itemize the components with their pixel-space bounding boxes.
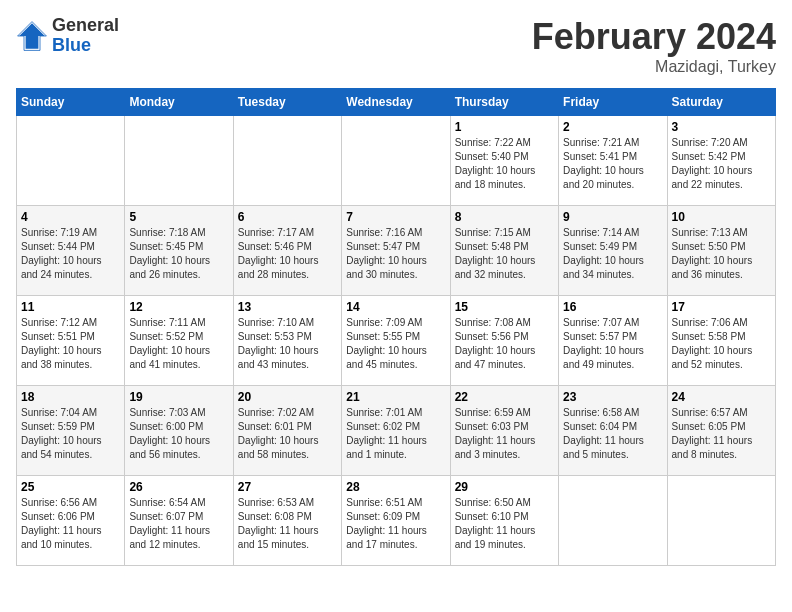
day-number: 26 [129, 480, 228, 494]
calendar-cell: 17Sunrise: 7:06 AM Sunset: 5:58 PM Dayli… [667, 296, 775, 386]
day-info: Sunrise: 6:59 AM Sunset: 6:03 PM Dayligh… [455, 406, 554, 462]
calendar-cell: 26Sunrise: 6:54 AM Sunset: 6:07 PM Dayli… [125, 476, 233, 566]
day-info: Sunrise: 7:19 AM Sunset: 5:44 PM Dayligh… [21, 226, 120, 282]
day-number: 16 [563, 300, 662, 314]
calendar-cell: 18Sunrise: 7:04 AM Sunset: 5:59 PM Dayli… [17, 386, 125, 476]
day-info: Sunrise: 7:18 AM Sunset: 5:45 PM Dayligh… [129, 226, 228, 282]
day-number: 11 [21, 300, 120, 314]
calendar-cell: 3Sunrise: 7:20 AM Sunset: 5:42 PM Daylig… [667, 116, 775, 206]
calendar-week: 11Sunrise: 7:12 AM Sunset: 5:51 PM Dayli… [17, 296, 776, 386]
calendar-cell: 28Sunrise: 6:51 AM Sunset: 6:09 PM Dayli… [342, 476, 450, 566]
day-number: 9 [563, 210, 662, 224]
day-number: 22 [455, 390, 554, 404]
day-info: Sunrise: 7:13 AM Sunset: 5:50 PM Dayligh… [672, 226, 771, 282]
logo-general-text: General [52, 15, 119, 35]
day-info: Sunrise: 7:04 AM Sunset: 5:59 PM Dayligh… [21, 406, 120, 462]
day-info: Sunrise: 7:08 AM Sunset: 5:56 PM Dayligh… [455, 316, 554, 372]
day-info: Sunrise: 7:07 AM Sunset: 5:57 PM Dayligh… [563, 316, 662, 372]
day-info: Sunrise: 7:12 AM Sunset: 5:51 PM Dayligh… [21, 316, 120, 372]
day-info: Sunrise: 7:22 AM Sunset: 5:40 PM Dayligh… [455, 136, 554, 192]
day-number: 1 [455, 120, 554, 134]
calendar-cell: 15Sunrise: 7:08 AM Sunset: 5:56 PM Dayli… [450, 296, 558, 386]
day-info: Sunrise: 6:53 AM Sunset: 6:08 PM Dayligh… [238, 496, 337, 552]
calendar-cell: 8Sunrise: 7:15 AM Sunset: 5:48 PM Daylig… [450, 206, 558, 296]
calendar-cell [125, 116, 233, 206]
day-number: 29 [455, 480, 554, 494]
calendar-cell: 12Sunrise: 7:11 AM Sunset: 5:52 PM Dayli… [125, 296, 233, 386]
day-number: 20 [238, 390, 337, 404]
day-number: 18 [21, 390, 120, 404]
day-info: Sunrise: 6:50 AM Sunset: 6:10 PM Dayligh… [455, 496, 554, 552]
calendar-cell [342, 116, 450, 206]
day-info: Sunrise: 7:10 AM Sunset: 5:53 PM Dayligh… [238, 316, 337, 372]
calendar-title: February 2024 [532, 16, 776, 58]
calendar-cell: 1Sunrise: 7:22 AM Sunset: 5:40 PM Daylig… [450, 116, 558, 206]
calendar-cell: 7Sunrise: 7:16 AM Sunset: 5:47 PM Daylig… [342, 206, 450, 296]
calendar-cell: 11Sunrise: 7:12 AM Sunset: 5:51 PM Dayli… [17, 296, 125, 386]
calendar-cell: 19Sunrise: 7:03 AM Sunset: 6:00 PM Dayli… [125, 386, 233, 476]
logo-icon [16, 20, 48, 52]
weekday-header: Wednesday [342, 89, 450, 116]
title-block: February 2024 Mazidagi, Turkey [532, 16, 776, 76]
day-number: 27 [238, 480, 337, 494]
calendar-week: 1Sunrise: 7:22 AM Sunset: 5:40 PM Daylig… [17, 116, 776, 206]
day-info: Sunrise: 7:20 AM Sunset: 5:42 PM Dayligh… [672, 136, 771, 192]
day-info: Sunrise: 7:17 AM Sunset: 5:46 PM Dayligh… [238, 226, 337, 282]
calendar-week: 18Sunrise: 7:04 AM Sunset: 5:59 PM Dayli… [17, 386, 776, 476]
day-number: 12 [129, 300, 228, 314]
calendar-table: SundayMondayTuesdayWednesdayThursdayFrid… [16, 88, 776, 566]
calendar-cell: 29Sunrise: 6:50 AM Sunset: 6:10 PM Dayli… [450, 476, 558, 566]
day-number: 23 [563, 390, 662, 404]
day-info: Sunrise: 6:51 AM Sunset: 6:09 PM Dayligh… [346, 496, 445, 552]
calendar-cell: 14Sunrise: 7:09 AM Sunset: 5:55 PM Dayli… [342, 296, 450, 386]
calendar-cell: 24Sunrise: 6:57 AM Sunset: 6:05 PM Dayli… [667, 386, 775, 476]
day-number: 10 [672, 210, 771, 224]
calendar-cell [17, 116, 125, 206]
calendar-cell: 25Sunrise: 6:56 AM Sunset: 6:06 PM Dayli… [17, 476, 125, 566]
day-number: 19 [129, 390, 228, 404]
day-number: 24 [672, 390, 771, 404]
calendar-header: SundayMondayTuesdayWednesdayThursdayFrid… [17, 89, 776, 116]
calendar-cell: 21Sunrise: 7:01 AM Sunset: 6:02 PM Dayli… [342, 386, 450, 476]
calendar-cell [667, 476, 775, 566]
calendar-cell: 23Sunrise: 6:58 AM Sunset: 6:04 PM Dayli… [559, 386, 667, 476]
calendar-cell: 5Sunrise: 7:18 AM Sunset: 5:45 PM Daylig… [125, 206, 233, 296]
logo: General Blue [16, 16, 119, 56]
day-info: Sunrise: 6:57 AM Sunset: 6:05 PM Dayligh… [672, 406, 771, 462]
calendar-week: 4Sunrise: 7:19 AM Sunset: 5:44 PM Daylig… [17, 206, 776, 296]
day-number: 6 [238, 210, 337, 224]
calendar-cell: 13Sunrise: 7:10 AM Sunset: 5:53 PM Dayli… [233, 296, 341, 386]
day-info: Sunrise: 7:21 AM Sunset: 5:41 PM Dayligh… [563, 136, 662, 192]
day-number: 4 [21, 210, 120, 224]
day-number: 28 [346, 480, 445, 494]
day-info: Sunrise: 7:16 AM Sunset: 5:47 PM Dayligh… [346, 226, 445, 282]
weekday-header: Tuesday [233, 89, 341, 116]
calendar-cell [233, 116, 341, 206]
day-info: Sunrise: 7:06 AM Sunset: 5:58 PM Dayligh… [672, 316, 771, 372]
page-header: General Blue February 2024 Mazidagi, Tur… [16, 16, 776, 76]
calendar-body: 1Sunrise: 7:22 AM Sunset: 5:40 PM Daylig… [17, 116, 776, 566]
day-number: 17 [672, 300, 771, 314]
calendar-cell: 9Sunrise: 7:14 AM Sunset: 5:49 PM Daylig… [559, 206, 667, 296]
day-info: Sunrise: 7:03 AM Sunset: 6:00 PM Dayligh… [129, 406, 228, 462]
day-info: Sunrise: 6:54 AM Sunset: 6:07 PM Dayligh… [129, 496, 228, 552]
day-info: Sunrise: 7:01 AM Sunset: 6:02 PM Dayligh… [346, 406, 445, 462]
day-info: Sunrise: 7:14 AM Sunset: 5:49 PM Dayligh… [563, 226, 662, 282]
day-number: 8 [455, 210, 554, 224]
calendar-cell: 16Sunrise: 7:07 AM Sunset: 5:57 PM Dayli… [559, 296, 667, 386]
day-info: Sunrise: 6:56 AM Sunset: 6:06 PM Dayligh… [21, 496, 120, 552]
day-number: 25 [21, 480, 120, 494]
weekday-header: Monday [125, 89, 233, 116]
day-info: Sunrise: 7:02 AM Sunset: 6:01 PM Dayligh… [238, 406, 337, 462]
logo-blue-text: Blue [52, 35, 91, 55]
day-info: Sunrise: 7:11 AM Sunset: 5:52 PM Dayligh… [129, 316, 228, 372]
calendar-cell: 20Sunrise: 7:02 AM Sunset: 6:01 PM Dayli… [233, 386, 341, 476]
weekday-row: SundayMondayTuesdayWednesdayThursdayFrid… [17, 89, 776, 116]
weekday-header: Sunday [17, 89, 125, 116]
day-number: 14 [346, 300, 445, 314]
day-number: 7 [346, 210, 445, 224]
day-number: 15 [455, 300, 554, 314]
day-number: 5 [129, 210, 228, 224]
calendar-cell [559, 476, 667, 566]
calendar-subtitle: Mazidagi, Turkey [532, 58, 776, 76]
